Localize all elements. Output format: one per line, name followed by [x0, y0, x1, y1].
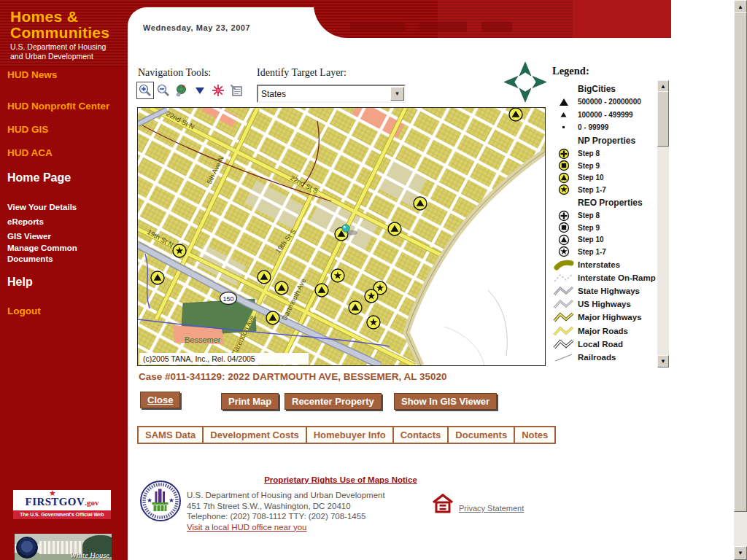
whitehouse-label: White House — [70, 551, 109, 559]
page-scroll-thumb[interactable] — [734, 12, 747, 512]
legend-scroll-down-icon[interactable]: ▼ — [657, 355, 669, 368]
legend-row: 500000 - 20000000 — [549, 96, 657, 109]
sidebar-item-hud-nonprofit-center[interactable]: HUD Nonprofit Center — [7, 101, 109, 112]
sidebar: Homes & Communities U.S. Department of H… — [0, 0, 128, 560]
legend-panel: BigCities 500000 - 20000000 100000 - 499… — [549, 82, 657, 364]
np-circle-triangle-icon — [549, 172, 578, 184]
map-viewport[interactable]: 22nd St N 5th Ave N 19th St N 22nd St S … — [137, 107, 546, 366]
sidebar-item-gis-viewer[interactable]: GIS Viewer — [7, 231, 98, 242]
banner-mid-segment — [438, 0, 573, 38]
hud-logo[interactable]: Homes & Communities U.S. Department of H… — [10, 9, 109, 61]
np-circle-square-icon — [549, 160, 578, 171]
notes-pad-icon[interactable] — [228, 82, 244, 98]
sidebar-item-home-page[interactable]: Home Page — [7, 171, 71, 184]
legend-row: US Highways — [549, 298, 657, 311]
select-arrow-icon[interactable] — [192, 82, 208, 98]
np-circle-plus-icon — [549, 148, 578, 160]
np-circle-star-icon — [549, 184, 578, 195]
bigcity-dot-icon — [549, 125, 578, 129]
legend-row: Railroads — [549, 351, 657, 364]
identify-starburst-icon[interactable] — [210, 82, 226, 98]
hud-gis-page: Wednesday, May 23, 2007 Homes & Communit… — [0, 0, 747, 560]
legend-row: BigCities — [549, 82, 657, 96]
legend-row: Step 1-7 — [549, 246, 657, 258]
local-road-line-icon — [549, 338, 578, 350]
bigcity-triangle-large-icon — [549, 98, 578, 106]
legend-scrollbar[interactable]: ▲ ▼ — [657, 80, 669, 368]
banner-solid-segment — [573, 0, 671, 38]
legend-row: Step 10 — [549, 234, 657, 246]
page-scroll-down-icon[interactable]: ▼ — [734, 546, 747, 560]
sidebar-item-hud-aca[interactable]: HUD ACA — [7, 147, 53, 158]
identify-target-layer-label: Identify Target Layer: — [257, 67, 347, 79]
logo-line2: Communities — [10, 25, 109, 40]
major-road-line-icon — [549, 325, 578, 337]
banner-link-placeholder — [419, 22, 467, 32]
firstgov-wordmark: FIRSTGOV.gov — [13, 495, 111, 508]
zoom-in-icon[interactable] — [137, 82, 153, 98]
address-line: 451 7th Street S.W., Washington, DC 2041… — [187, 501, 385, 512]
legend-row: Step 9 — [549, 222, 657, 234]
dropdown-arrow-icon[interactable]: ▼ — [390, 87, 404, 101]
detail-tabs: SAMS Data Development Costs Homebuyer In… — [137, 426, 556, 444]
local-hud-office-link[interactable]: Visit a local HUD office near you — [187, 522, 385, 533]
zoom-out-icon[interactable] — [155, 82, 171, 98]
recenter-property-button[interactable]: Recenter Property — [285, 393, 382, 410]
legend-row: 0 - 99999 — [549, 121, 657, 134]
tab-contacts[interactable]: Contacts — [394, 427, 449, 443]
print-map-button[interactable]: Print Map — [221, 393, 279, 410]
sidebar-item-manage-common-documents[interactable]: Manage Common Documents — [7, 243, 89, 265]
reo-circle-star-icon — [549, 246, 578, 257]
date-card: Wednesday, May 23, 2007 — [128, 7, 332, 38]
railroad-line-icon — [549, 351, 578, 363]
page-scrollbar[interactable]: ▲ ▼ — [734, 0, 747, 560]
close-button[interactable]: Close — [140, 392, 180, 408]
privacy-statement-link[interactable]: Privacy Statement — [459, 504, 524, 513]
whitehouse-image[interactable]: White House — [15, 534, 112, 560]
map-attribution: (c)2005 TANA, Inc., Rel. 04/2005 — [139, 353, 309, 365]
reo-circle-square-icon — [549, 222, 578, 233]
banner-link-placeholder — [481, 22, 512, 32]
address-line: Telephone: (202) 708-1112 TTY: (202) 708… — [187, 511, 385, 522]
svg-text:150: 150 — [222, 295, 233, 303]
sidebar-item-hud-gis[interactable]: HUD GIS — [7, 124, 48, 135]
legend-row: State Highways — [549, 284, 657, 298]
case-title: Case #011-341129: 2022 DARTMOUTH AVE, BE… — [139, 371, 446, 382]
legend-row: Step 9 — [549, 160, 657, 172]
reo-circle-triangle-icon — [549, 234, 578, 246]
legend-title: Legend: — [552, 65, 589, 77]
sidebar-item-logout[interactable]: Logout — [7, 306, 41, 316]
tab-homebuyer-info[interactable]: Homebuyer Info — [307, 427, 394, 443]
hud-seal-icon — [139, 480, 182, 522]
show-in-gis-viewer-button[interactable]: Show In GIS Viewer — [394, 393, 497, 410]
firstgov-logo[interactable]: ★ FIRSTGOV.gov The U.S. Government's Off… — [13, 490, 111, 519]
legend-row: Interstates — [549, 258, 657, 271]
interstate-line-icon — [549, 259, 578, 271]
major-highway-line-icon — [549, 311, 578, 323]
logo-dept1: U.S. Department of Housing — [10, 42, 109, 52]
reo-circle-plus-icon — [549, 210, 578, 222]
navigation-tools — [137, 82, 244, 98]
tab-documents[interactable]: Documents — [449, 427, 515, 443]
target-layer-select[interactable]: States ▼ — [257, 85, 406, 103]
tab-sams-data[interactable]: SAMS Data — [139, 427, 204, 443]
pan-globe-icon[interactable] — [174, 82, 190, 98]
route-150-shield: 150 — [220, 292, 237, 305]
sidebar-item-view-your-details[interactable]: View Your Details — [7, 202, 98, 213]
sidebar-item-hud-news[interactable]: HUD News — [7, 69, 57, 80]
logo-dept2: and Urban Development — [10, 52, 109, 61]
tab-notes[interactable]: Notes — [515, 427, 554, 443]
legend-row: 100000 - 499999 — [549, 109, 657, 122]
sidebar-item-help[interactable]: Help — [7, 276, 33, 289]
current-date: Wednesday, May 23, 2007 — [143, 23, 250, 32]
tab-development-costs[interactable]: Development Costs — [204, 427, 306, 443]
us-highway-line-icon — [549, 298, 578, 310]
sidebar-item-ereports[interactable]: eReports — [7, 217, 98, 228]
legend-scroll-thumb[interactable] — [657, 91, 669, 147]
top-banner — [314, 0, 671, 38]
legend-row: Local Road — [549, 338, 657, 351]
footer-address: U.S. Department of Housing and Urban Dev… — [187, 490, 385, 532]
proprietary-rights-link[interactable]: Proprietary Rights Use of Maps Notice — [264, 475, 417, 484]
state-highway-line-icon — [549, 285, 578, 297]
compass-rose[interactable] — [502, 61, 549, 104]
